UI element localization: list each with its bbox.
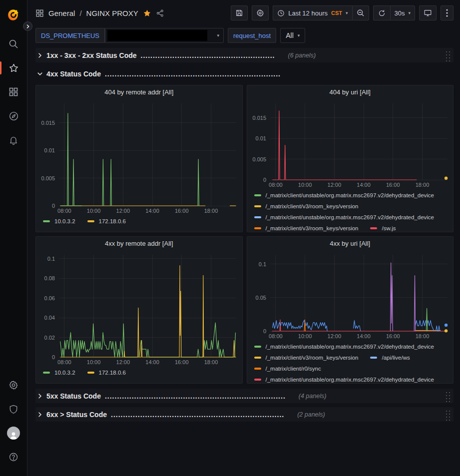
panel-title[interactable]: 404 by uri [All] xyxy=(247,85,454,98)
legend-item[interactable]: 10.0.3.2 xyxy=(43,218,75,224)
y-axis-tick-label: 0.01 xyxy=(255,135,266,141)
legend-row: /_matrix/client/v3/room_keys/version/sw.… xyxy=(254,223,451,232)
legend-item[interactable]: /_matrix/client/unstable/org.matrix.msc2… xyxy=(254,214,435,220)
legend-label: /_matrix/client/v3/room_keys/version xyxy=(266,203,359,209)
sidebar xyxy=(0,0,27,476)
row-header-1xx-3xx-2xx[interactable]: 1xx - 3xx - 2xx Status Code ............… xyxy=(35,48,454,62)
row-drag-handle[interactable] xyxy=(445,390,451,402)
row-header-6xx[interactable]: 6xx > Status Code ......................… xyxy=(35,407,454,422)
row-title-dots: ........................................… xyxy=(105,392,286,400)
sidebar-item-search[interactable] xyxy=(0,32,27,56)
legend-label: /_matrix/client/unstable/org.matrix.msc2… xyxy=(266,214,435,220)
sidebar-item-explore[interactable] xyxy=(0,104,27,128)
legend-item[interactable]: /api/live/ws xyxy=(370,355,410,361)
y-axis-tick-label: 0.1 xyxy=(258,261,266,267)
panel-title[interactable]: 4xx by remote addr [All] xyxy=(36,237,242,250)
chevron-down-icon xyxy=(37,71,42,76)
redacted-value xyxy=(107,30,207,41)
main-area: General / NGINX PROXY xyxy=(27,0,460,476)
legend-item[interactable]: /_matrix/client/unstable/org.matrix.msc2… xyxy=(254,377,435,383)
row-header-4xx[interactable]: 4xx Status Code ........................… xyxy=(35,66,454,81)
chart-canvas[interactable]: 00.0050.010.01508:0010:0012:0014:0016:00… xyxy=(36,98,242,215)
legend-item[interactable]: /_matrix/client/unstable/org.matrix.msc2… xyxy=(254,344,435,350)
chart-plot-area[interactable]: 00.0050.010.01508:0010:0012:0014:0016:00… xyxy=(36,98,242,215)
time-picker-button[interactable]: Last 12 hours CST ▾ xyxy=(273,5,352,20)
dashboard-settings-button[interactable] xyxy=(252,5,269,20)
legend-item[interactable]: 172.18.0.6 xyxy=(87,218,126,224)
cycle-view-mode-button[interactable] xyxy=(419,5,437,20)
bell-icon xyxy=(8,135,18,145)
series-line xyxy=(353,321,360,332)
variable-label: request_host xyxy=(228,28,276,43)
legend-item[interactable]: /_matrix/client/unstable/org.matrix.msc2… xyxy=(254,192,435,198)
avatar xyxy=(7,427,20,440)
series-line xyxy=(60,113,82,206)
share-icon[interactable] xyxy=(156,9,164,17)
row-drag-handle[interactable] xyxy=(445,409,451,421)
legend-row: /_matrix/client/unstable/org.matrix.msc2… xyxy=(254,374,451,383)
sidebar-item-profile[interactable] xyxy=(0,421,27,445)
chart-canvas[interactable]: 00.020.040.060.080.108:0010:0012:0014:00… xyxy=(36,250,242,366)
chevron-down-icon: ▾ xyxy=(346,10,348,15)
legend-label: /_matrix/client/unstable/org.matrix.msc2… xyxy=(266,377,435,383)
panel-4xx-by-uri: 4xx by uri [All] 00.050.108:0010:0012:00… xyxy=(247,236,454,384)
chart-legend: /_matrix/client/unstable/org.matrix.msc2… xyxy=(247,340,454,383)
legend-item[interactable]: /_matrix/client/r0/sync xyxy=(254,366,321,372)
sidebar-expand-button[interactable] xyxy=(23,21,32,31)
chart-plot-area[interactable]: 00.020.040.060.080.108:0010:0012:0014:00… xyxy=(36,250,242,366)
variable-value-dropdown[interactable]: All ▾ xyxy=(280,28,305,43)
chevron-down-icon: ▾ xyxy=(217,33,220,38)
legend-item[interactable]: /_matrix/client/v3/room_keys/version xyxy=(254,203,359,209)
series-point-marker xyxy=(444,329,447,332)
x-axis-tick-label: 12:00 xyxy=(327,333,341,339)
row-header-5xx[interactable]: 5xx Status Code ........................… xyxy=(35,389,454,403)
refresh-group: 30s ▾ xyxy=(373,5,416,20)
y-axis-tick-label: 0.01 xyxy=(44,147,55,153)
sidebar-item-alerting[interactable] xyxy=(0,128,27,152)
y-axis-tick-label: 0 xyxy=(263,177,266,183)
time-range-group: Last 12 hours CST ▾ xyxy=(273,5,369,20)
legend-row: /_matrix/client/r0/sync xyxy=(254,363,451,374)
zoom-out-button[interactable] xyxy=(352,5,369,20)
legend-label: /api/live/ws xyxy=(382,355,410,361)
save-dashboard-button[interactable] xyxy=(231,5,248,20)
grafana-logo[interactable] xyxy=(0,5,27,25)
legend-item[interactable]: /sw.js xyxy=(370,225,396,231)
refresh-button[interactable] xyxy=(373,5,390,20)
legend-item[interactable]: 172.18.0.6 xyxy=(87,370,126,376)
variable-value: All xyxy=(286,31,294,39)
sidebar-item-server-admin[interactable] xyxy=(0,397,27,421)
legend-item[interactable]: /_matrix/client/v3/room_keys/version xyxy=(254,355,359,361)
legend-item[interactable]: 10.0.3.2 xyxy=(43,370,75,376)
chart-canvas[interactable]: 00.0050.010.01508:0010:0012:0014:0016:00… xyxy=(247,98,454,189)
chart-canvas[interactable]: 00.050.108:0010:0012:0014:0016:0018:00 xyxy=(247,250,454,340)
breadcrumb-section[interactable]: General xyxy=(48,9,75,17)
sidebar-item-configuration[interactable] xyxy=(0,373,27,397)
timezone-label: CST xyxy=(331,10,342,16)
legend-row: 10.0.3.2172.18.0.6 xyxy=(43,367,239,378)
x-axis-tick-label: 14:00 xyxy=(145,359,159,365)
sidebar-item-starred[interactable] xyxy=(0,56,27,80)
y-axis-tick-label: 0.05 xyxy=(255,295,266,301)
panel-grid: 404 by remote addr [All] 00.0050.010.015… xyxy=(35,85,454,384)
more-options-button[interactable] xyxy=(441,5,454,20)
row-title-dots: ........................................… xyxy=(111,411,284,419)
breadcrumb: General / NGINX PROXY xyxy=(35,9,164,17)
panel-title[interactable]: 4xx by uri [All] xyxy=(247,237,454,250)
series-line xyxy=(414,276,415,331)
row-title-dots: ........................................… xyxy=(105,70,281,78)
legend-item[interactable]: /_matrix/client/v3/room_keys/version xyxy=(254,225,359,231)
chart-plot-area[interactable]: 00.050.108:0010:0012:0014:0016:0018:00 xyxy=(247,250,454,340)
panel-title[interactable]: 404 by remote addr [All] xyxy=(36,85,242,98)
sidebar-item-help[interactable] xyxy=(0,445,27,469)
y-axis-tick-label: 0.1 xyxy=(47,256,55,262)
y-axis-tick-label: 0.08 xyxy=(44,275,55,281)
sidebar-item-dashboards[interactable] xyxy=(0,80,27,104)
favorite-star-icon[interactable] xyxy=(143,9,151,17)
variable-value-dropdown[interactable]: ▾ xyxy=(105,28,224,43)
chart-plot-area[interactable]: 00.0050.010.01508:0010:0012:0014:0016:00… xyxy=(247,98,454,189)
legend-swatch xyxy=(254,357,261,359)
legend-swatch xyxy=(254,346,261,348)
row-drag-handle[interactable] xyxy=(445,49,451,61)
refresh-interval-dropdown[interactable]: 30s ▾ xyxy=(390,5,416,20)
